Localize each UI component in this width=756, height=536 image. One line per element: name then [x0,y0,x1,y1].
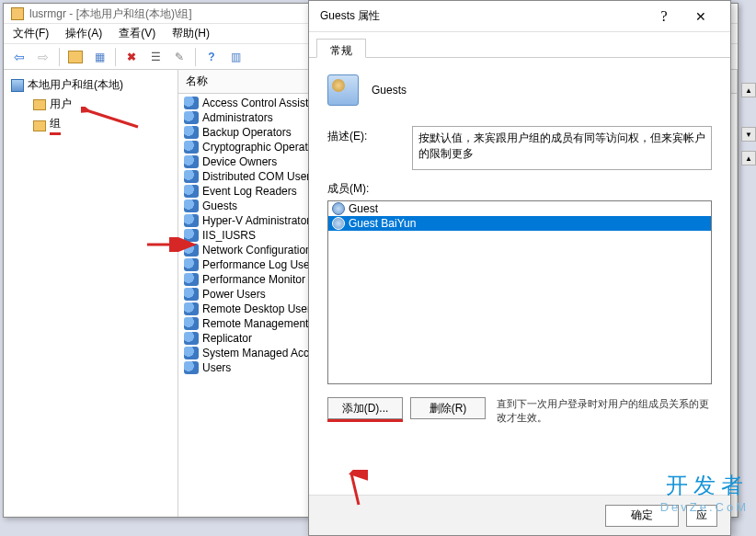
separator [115,48,116,66]
group-icon [327,74,359,106]
group-icon [184,288,199,301]
list-item-label: Hyper-V Administrators [202,214,315,227]
group-icon [184,317,199,330]
close-icon[interactable]: ✕ [682,4,719,29]
folder-icon [33,120,46,131]
menu-action[interactable]: 操作(A) [65,26,102,41]
dialog-titlebar: Guests 属性 ? ✕ [309,1,730,32]
properties-button[interactable] [145,47,166,67]
help-button[interactable] [201,47,222,67]
list-button[interactable] [225,47,246,67]
help-icon[interactable]: ? [646,4,682,29]
annotation-arrow [81,107,142,131]
back-button[interactable] [9,47,29,67]
list-item-label: IIS_IUSRS [202,229,256,242]
group-icon [184,332,199,345]
note-text: 直到下一次用户登录时对用户的组成员关系的更改才生效。 [493,397,712,426]
tab-general[interactable]: 常规 [316,39,366,58]
window-title: lusrmgr - [本地用户和组(本地)\组] [29,4,192,24]
group-icon [184,170,199,183]
list-item-label: Distributed COM Users [202,170,315,183]
list-item-label: Guests [202,200,237,212]
group-icon [184,273,199,286]
menu-view[interactable]: 查看(V) [119,26,155,41]
folder-icon [33,99,46,110]
group-icon [184,214,199,227]
separator [195,48,196,66]
scroll-down-button[interactable]: ▼ [741,127,756,142]
tree-root[interactable]: 本地用户和组(本地) [7,75,174,95]
up-button[interactable] [65,47,86,67]
list-item-label: Backup Operators [202,126,292,139]
scroll-up-button[interactable]: ▲ [741,83,756,97]
members-listbox[interactable]: GuestGuest BaiYun [327,200,712,384]
group-name: Guests [372,84,407,97]
group-icon [184,111,199,124]
dialog-title: Guests 属性 [320,8,646,24]
menu-file[interactable]: 文件(F) [13,26,49,41]
svg-line-0 [86,110,138,127]
remove-button[interactable]: 删除(R) [410,397,486,419]
group-icon [184,258,199,271]
members-label: 成员(M): [327,181,712,197]
properties-dialog: Guests 属性 ? ✕ 常规 Guests 描述(E): 按默认值，来宾跟用… [308,0,731,536]
tree-pane: 本地用户和组(本地) 用户 组 [4,70,178,517]
member-name: Guest BaiYun [349,217,416,230]
view-button[interactable] [89,47,109,67]
dialog-body: Guests 描述(E): 按默认值，来宾跟用户组的成员有同等访问权，但来宾帐户… [309,58,730,437]
list-item-label: Remote Desktop Users [202,302,316,315]
group-header: Guests [327,74,712,106]
ok-button[interactable]: 确定 [605,505,679,527]
member-item[interactable]: Guest BaiYun [328,216,711,231]
forward-button [33,47,53,67]
group-icon [184,200,199,212]
button-row: 添加(D)... 删除(R) 直到下一次用户登录时对用户的组成员关系的更改才生效… [327,397,712,426]
tabstrip: 常规 [309,32,730,58]
group-icon [184,141,199,154]
add-button-wrap: 添加(D)... [327,397,403,422]
member-name: Guest [349,202,378,215]
svg-line-2 [351,473,359,505]
description-label: 描述(E): [327,126,401,170]
list-item-label: Event Log Readers [202,185,297,198]
group-icon [184,361,199,374]
list-item-label: Device Owners [202,155,277,168]
scroll-up-button-2[interactable]: ▲ [741,151,756,165]
group-icon [184,302,199,315]
menu-help[interactable]: 帮助(H) [172,26,210,41]
group-icon [184,185,199,198]
right-scroll-buttons: ▲ ▼ ▲ [741,83,756,167]
member-item[interactable]: Guest [328,201,711,216]
group-icon [184,347,199,359]
list-item-label: Cryptographic Operators [202,141,323,154]
annotation-arrow [340,470,368,507]
description-row: 描述(E): 按默认值，来宾跟用户组的成员有同等访问权，但来宾帐户的限制更多 [327,126,712,170]
list-item-label: Users [202,361,231,374]
group-icon [184,97,199,109]
delete-button[interactable] [121,47,142,67]
list-item-label: Power Users [202,288,266,301]
group-icon [184,126,199,139]
user-icon [332,202,345,215]
list-item-label: Administrators [202,111,273,124]
group-icon [184,155,199,168]
list-item-label: Replicator [202,332,252,345]
tree-item-label: 组 [50,116,61,135]
app-icon [11,7,24,20]
user-icon [332,217,345,230]
dialog-footer: 确定 应 [309,495,730,535]
add-button[interactable]: 添加(D)... [327,397,403,419]
list-item-label: Performance Log Users [202,258,319,271]
tree-root-label: 本地用户和组(本地) [28,77,123,93]
separator [59,48,60,66]
apply-button[interactable]: 应 [686,505,717,527]
server-icon [11,79,24,92]
tree-item-label: 用户 [50,97,72,112]
description-input[interactable]: 按默认值，来宾跟用户组的成员有同等访问权，但来宾帐户的限制更多 [412,126,712,170]
annotation-arrow [145,237,197,252]
export-button[interactable] [169,47,189,67]
